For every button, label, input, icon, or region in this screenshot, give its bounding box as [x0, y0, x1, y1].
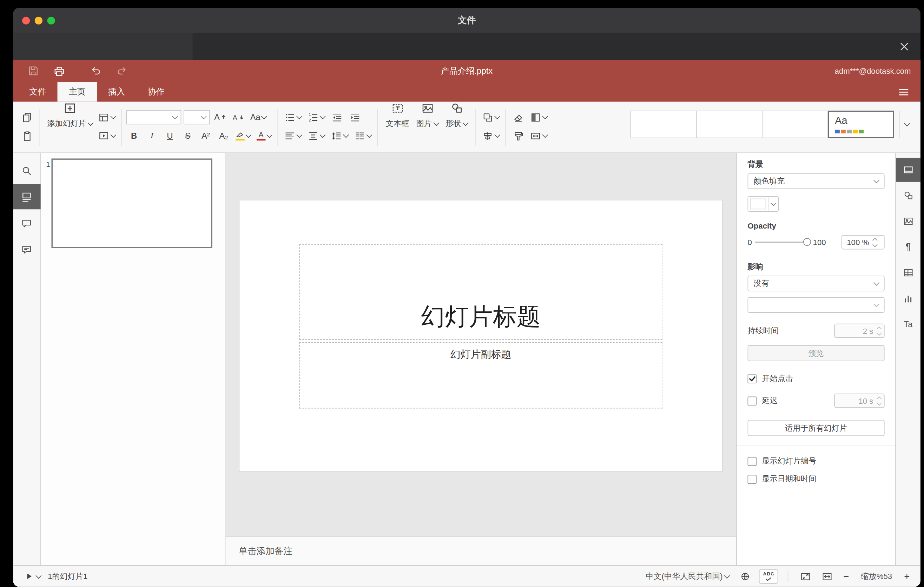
redo-button[interactable]	[114, 63, 130, 79]
insert-textbox-button[interactable]: 文本框	[382, 102, 413, 137]
fit-slide-button[interactable]	[798, 570, 813, 583]
duration-spinner[interactable]: 2 s	[835, 324, 885, 338]
chat-panel-button[interactable]	[13, 237, 40, 262]
insert-shape-button[interactable]: 形状	[442, 102, 471, 137]
background-fill-select[interactable]: 颜色填充	[748, 173, 885, 189]
line-spacing-button[interactable]	[329, 128, 350, 143]
decrease-font-button[interactable]: A	[230, 110, 246, 125]
color-scheme-button[interactable]	[528, 110, 549, 125]
align-shapes-button[interactable]	[480, 128, 501, 143]
add-slide-button[interactable]: 添加幻灯片	[43, 102, 96, 137]
paragraph-settings-button[interactable]: ¶	[896, 235, 921, 259]
spinner-arrows[interactable]	[873, 238, 876, 246]
font-color-button[interactable]: A	[255, 128, 274, 143]
copy-style-button[interactable]	[510, 128, 526, 143]
effect-select[interactable]: 没有	[748, 275, 885, 291]
increase-indent-button[interactable]	[347, 110, 362, 125]
numbering-button[interactable]: 12	[306, 110, 327, 125]
search-panel-button[interactable]	[13, 158, 40, 183]
table-settings-button[interactable]	[896, 261, 921, 285]
opacity-slider-knob[interactable]	[803, 238, 811, 246]
fit-width-button[interactable]	[819, 570, 835, 583]
opacity-spinner[interactable]: 100 %	[842, 235, 885, 250]
clear-style-button[interactable]	[510, 110, 526, 125]
slides-panel-button[interactable]	[13, 184, 40, 209]
slide-size-button[interactable]	[528, 128, 549, 143]
bullets-button[interactable]	[282, 110, 303, 125]
decrease-indent-icon	[331, 112, 342, 123]
preview-button[interactable]: 预览	[748, 345, 885, 361]
spinner-arrows[interactable]	[877, 397, 881, 404]
superscript-button[interactable]: A²	[198, 128, 213, 143]
show-date-time-checkbox[interactable]	[748, 475, 757, 484]
theme-option-1[interactable]	[630, 110, 697, 138]
notes-area[interactable]: 单击添加备注	[225, 536, 736, 565]
tab-insert[interactable]: 插入	[97, 82, 136, 101]
comments-panel-button[interactable]	[13, 211, 40, 236]
strikethrough-button[interactable]: S	[180, 128, 196, 143]
spinner-arrows[interactable]	[877, 327, 881, 335]
print-button[interactable]	[51, 63, 68, 79]
textart-settings-button[interactable]: Ta	[896, 312, 921, 336]
theme-option-2[interactable]	[696, 110, 762, 138]
horizontal-align-button[interactable]	[282, 128, 303, 143]
subscript-button[interactable]: A₂	[216, 128, 231, 143]
slide-thumbnail-1[interactable]	[51, 158, 213, 248]
zoom-in-button[interactable]: +	[901, 570, 912, 583]
font-name-combo[interactable]	[126, 110, 181, 124]
highlight-color-button[interactable]	[234, 128, 252, 143]
tab-file[interactable]: 文件	[18, 82, 57, 101]
tab-collaboration[interactable]: 协作	[136, 82, 175, 101]
quick-access-toolbar	[13, 63, 130, 79]
spell-check-button[interactable]: ABC	[759, 569, 778, 584]
opacity-slider[interactable]	[755, 242, 810, 242]
print-icon	[53, 65, 65, 77]
increase-indent-icon	[349, 112, 360, 123]
tab-home[interactable]: 主页	[58, 82, 97, 101]
title-placeholder[interactable]: 幻灯片标题	[299, 244, 662, 340]
spell-check-label: ABC	[763, 572, 774, 577]
background-color-picker[interactable]	[748, 196, 779, 212]
show-slide-number-checkbox[interactable]	[748, 457, 757, 466]
paste-button[interactable]	[19, 128, 35, 143]
close-icon[interactable]	[897, 39, 912, 54]
italic-button[interactable]: I	[144, 128, 160, 143]
increase-font-button[interactable]: A	[213, 110, 228, 125]
view-settings-button[interactable]	[894, 82, 914, 101]
start-slideshow-status-button[interactable]	[21, 570, 43, 583]
slide-settings-button[interactable]	[896, 158, 921, 182]
theme-option-3[interactable]	[762, 110, 828, 138]
slide[interactable]: 幻灯片标题 幻灯片副标题	[239, 201, 722, 472]
vertical-align-button[interactable]	[306, 128, 327, 143]
delay-checkbox[interactable]	[748, 396, 757, 406]
subtitle-placeholder[interactable]: 幻灯片副标题	[299, 342, 662, 408]
document-title[interactable]: 产品介绍.pptx	[13, 66, 920, 76]
theme-option-selected[interactable]: Aa	[828, 110, 894, 138]
underline-button[interactable]: U	[162, 128, 178, 143]
change-layout-button[interactable]	[96, 110, 117, 125]
effect-type-select[interactable]	[748, 297, 885, 313]
copy-button[interactable]	[19, 110, 35, 125]
decrease-indent-button[interactable]	[329, 110, 345, 125]
start-on-click-checkbox[interactable]	[748, 374, 757, 383]
save-button[interactable]	[25, 63, 41, 79]
language-button[interactable]: 中文(中华人民共和国)	[643, 570, 732, 583]
change-case-button[interactable]: Aa	[249, 110, 268, 125]
insert-image-button[interactable]: 图片	[412, 102, 442, 137]
apply-to-all-button[interactable]: 适用于所有幻灯片	[748, 420, 885, 436]
image-settings-button[interactable]	[896, 209, 921, 233]
arrange-shapes-button[interactable]	[480, 110, 501, 125]
font-size-combo[interactable]	[183, 110, 210, 124]
shape-settings-button[interactable]	[896, 184, 921, 208]
columns-button[interactable]	[352, 128, 373, 143]
shape-settings-icon	[903, 190, 914, 201]
toolbar-separator	[277, 109, 278, 146]
undo-button[interactable]	[88, 63, 104, 79]
document-language-button[interactable]	[738, 570, 753, 583]
theme-gallery-expand-button[interactable]	[899, 110, 914, 138]
delay-spinner[interactable]: 10 s	[835, 394, 885, 408]
bold-button[interactable]: B	[126, 128, 142, 143]
chart-settings-button[interactable]	[896, 287, 921, 310]
start-slideshow-button[interactable]	[96, 128, 117, 143]
zoom-out-button[interactable]: −	[841, 570, 852, 583]
